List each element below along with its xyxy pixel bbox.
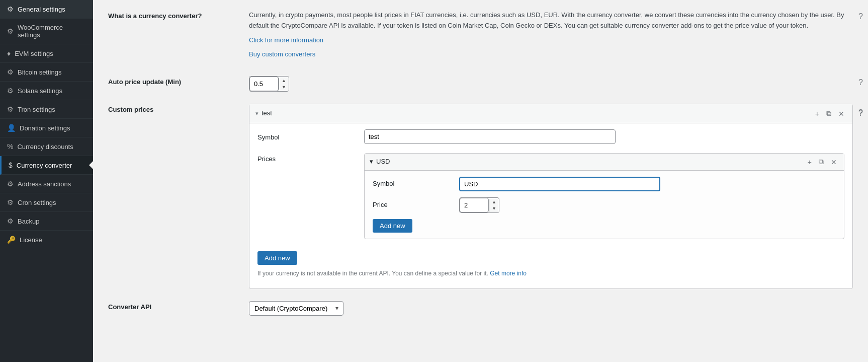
converter-api-select-wrapper[interactable]: Default (CryptoCompare)CoinMarketCapCoin… <box>249 301 343 316</box>
converter-api-select[interactable]: Default (CryptoCompare)CoinMarketCapCoin… <box>249 301 343 316</box>
sidebar-icon-bitcoin: ⚙ <box>7 68 14 76</box>
sidebar-label-general: General settings <box>18 6 65 13</box>
auto-price-input[interactable] <box>249 77 279 91</box>
inner-price-down[interactable]: ▼ <box>489 205 499 212</box>
inner-panel-close-icon[interactable]: ✕ <box>829 157 839 167</box>
sidebar-icon-woocommerce: ⚙ <box>7 27 14 35</box>
sidebar-item-license[interactable]: 🔑 License <box>0 231 93 249</box>
sidebar-label-cron: Cron settings <box>18 199 56 206</box>
sidebar-icon-donation: 👤 <box>7 124 16 132</box>
sidebar-icon-discounts: % <box>7 142 13 151</box>
what-is-section: What is a currency converter? Currently,… <box>108 10 853 64</box>
inner-price-content: ▲ ▼ <box>459 197 836 213</box>
sidebar-label-donation: Donation settings <box>20 124 70 132</box>
sidebar-icon-license: 🔑 <box>7 236 16 244</box>
buy-converters-link[interactable]: Buy custom converters <box>249 50 315 58</box>
outer-panel-close-icon[interactable]: ✕ <box>836 109 846 119</box>
sidebar-icon-solana: ⚙ <box>7 87 14 95</box>
sidebar-icon-converter: $ <box>9 161 13 169</box>
inner-panel-header: ▾ USD + ⧉ ✕ <box>365 154 844 171</box>
sidebar-item-converter[interactable]: $ Currency converter <box>0 156 93 175</box>
sidebar-icon-backup: ⚙ <box>7 217 14 225</box>
symbol-row: Symbol ? <box>257 129 844 144</box>
inner-panel-copy-icon[interactable]: ⧉ <box>817 157 826 167</box>
inner-price-up[interactable]: ▲ <box>489 199 499 205</box>
symbol-content: ? <box>364 129 844 144</box>
auto-price-input-wrapper[interactable]: ▲ ▼ <box>249 76 289 92</box>
prices-row: Prices ▾ USD + ⧉ ✕ <box>257 151 844 239</box>
inner-panel-title: USD <box>376 157 390 167</box>
auto-price-label: Auto price update (Min) <box>108 76 249 86</box>
sidebar-active-arrow <box>89 161 93 169</box>
inner-symbol-row: Symbol ? <box>373 177 836 191</box>
auto-price-help-icon[interactable]: ? <box>858 76 863 89</box>
sidebar-item-woocommerce[interactable]: ⚙ WooCommerce settings <box>0 19 93 44</box>
what-is-help-icon[interactable]: ? <box>858 10 863 23</box>
converter-api-label: Converter API <box>108 301 249 311</box>
sidebar-item-bitcoin[interactable]: ⚙ Bitcoin settings <box>0 63 93 82</box>
outer-panel: ▾ test + ⧉ ✕ Symbol ? <box>249 104 853 289</box>
sidebar-item-tron[interactable]: ⚙ Tron settings <box>0 100 93 119</box>
what-is-description: Currently, in crypto payments, most peop… <box>249 10 853 31</box>
inner-symbol-content: ? <box>459 177 836 191</box>
inner-price-label: Price <box>373 200 453 210</box>
auto-price-down[interactable]: ▼ <box>279 84 289 91</box>
add-new-outer-button[interactable]: Add new <box>257 251 297 265</box>
sidebar-label-solana: Solana settings <box>18 87 62 95</box>
sidebar-icon-cron: ⚙ <box>7 198 14 206</box>
sidebar-item-sanctions[interactable]: ⚙ Address sanctions <box>0 175 93 193</box>
sidebar-label-sanctions: Address sanctions <box>18 180 71 188</box>
inner-symbol-help-icon[interactable]: ? <box>858 106 863 119</box>
sidebar-label-converter: Currency converter <box>17 162 72 169</box>
inner-price-input-wrapper[interactable]: ▲ ▼ <box>459 197 499 213</box>
sidebar-label-bitcoin: Bitcoin settings <box>18 68 61 76</box>
custom-prices-content: ▾ test + ⧉ ✕ Symbol ? <box>249 104 853 289</box>
symbol-label: Symbol <box>257 129 358 143</box>
outer-panel-body: Symbol ? Prices ▾ <box>249 123 852 288</box>
inner-panel-actions: + ⧉ ✕ <box>806 157 839 167</box>
sidebar-item-evm[interactable]: ♦ EVM settings <box>0 44 93 63</box>
sidebar-icon-sanctions: ⚙ <box>7 180 14 188</box>
sidebar-item-backup[interactable]: ⚙ Backup <box>0 212 93 231</box>
sidebar-label-woocommerce: WooCommerce settings <box>18 24 86 39</box>
sidebar: ⚙ General settings ⚙ WooCommerce setting… <box>0 0 93 362</box>
converter-api-content: Default (CryptoCompare)CoinMarketCapCoin… <box>249 301 853 316</box>
sidebar-icon-tron: ⚙ <box>7 105 14 113</box>
outer-panel-add-icon[interactable]: + <box>813 109 821 119</box>
sidebar-label-discounts: Currency discounts <box>17 143 73 151</box>
sidebar-label-evm: EVM settings <box>15 50 53 57</box>
prices-label: Prices <box>257 151 358 165</box>
sidebar-item-discounts[interactable]: % Currency discounts <box>0 137 93 156</box>
sidebar-item-solana[interactable]: ⚙ Solana settings <box>0 82 93 100</box>
inner-panel: ▾ USD + ⧉ ✕ <box>364 153 844 239</box>
sidebar-label-tron: Tron settings <box>18 106 55 113</box>
sidebar-label-license: License <box>20 236 42 244</box>
sidebar-item-general[interactable]: ⚙ General settings <box>0 0 93 19</box>
what-is-content: Currently, in crypto payments, most peop… <box>249 10 853 64</box>
inner-panel-add-icon[interactable]: + <box>806 157 814 167</box>
prices-content: ▾ USD + ⧉ ✕ <box>364 151 844 239</box>
auto-price-content: ▲ ▼ ? <box>249 76 853 92</box>
inner-panel-body: Symbol ? Price <box>365 171 844 239</box>
inner-symbol-input[interactable] <box>459 177 660 191</box>
add-new-inner-button[interactable]: Add new <box>373 219 412 233</box>
outer-panel-actions: + ⧉ ✕ <box>813 108 846 119</box>
sidebar-icon-evm: ♦ <box>7 49 11 57</box>
auto-price-spinners: ▲ ▼ <box>279 78 289 91</box>
sidebar-item-cron[interactable]: ⚙ Cron settings <box>0 193 93 212</box>
info-text: If your currency is not available in the… <box>257 269 844 278</box>
auto-price-up[interactable]: ▲ <box>279 78 289 84</box>
inner-price-row: Price ▲ ▼ <box>373 197 836 213</box>
sidebar-item-donation[interactable]: 👤 Donation settings <box>0 119 93 137</box>
sidebar-label-backup: Backup <box>18 218 39 225</box>
click-more-link[interactable]: Click for more information <box>249 36 323 44</box>
auto-price-section: Auto price update (Min) ▲ ▼ ? <box>108 76 853 92</box>
main-content: What is a currency converter? Currently,… <box>93 0 868 362</box>
get-more-info-link[interactable]: Get more info <box>490 270 527 277</box>
outer-panel-header: ▾ test + ⧉ ✕ <box>249 104 852 123</box>
inner-price-input[interactable] <box>460 198 489 212</box>
custom-prices-label: Custom prices <box>108 104 249 113</box>
symbol-input[interactable] <box>364 129 616 144</box>
outer-panel-title: test <box>262 108 272 119</box>
outer-panel-copy-icon[interactable]: ⧉ <box>824 108 833 119</box>
